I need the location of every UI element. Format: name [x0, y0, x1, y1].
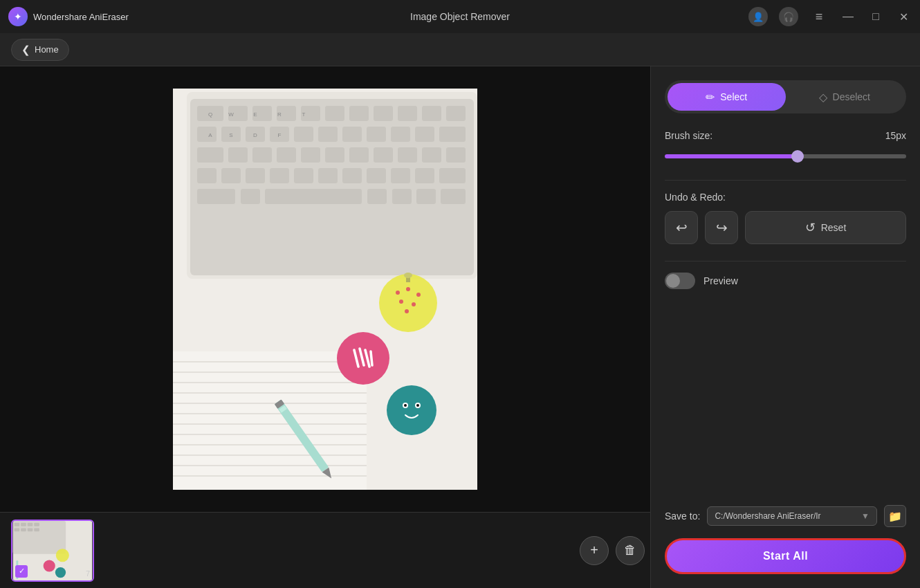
svg-rect-52: [270, 168, 289, 183]
svg-rect-104: [34, 522, 39, 526]
svg-point-98: [416, 404, 419, 407]
image-viewport[interactable]: Q W E R T A S D F: [0, 66, 650, 512]
svg-rect-105: [15, 528, 20, 531]
eraser-icon: ◇: [819, 91, 827, 104]
svg-point-85: [412, 302, 416, 306]
reset-label: Reset: [821, 222, 847, 233]
app-logo: ✦: [8, 7, 28, 26]
add-image-button[interactable]: +: [580, 536, 609, 565]
close-button[interactable]: ✕: [895, 8, 912, 25]
svg-rect-56: [367, 168, 386, 183]
svg-rect-37: [439, 127, 466, 142]
svg-rect-59: [439, 168, 466, 183]
svg-rect-35: [391, 127, 410, 142]
start-all-label: Start All: [763, 550, 808, 562]
svg-rect-24: [398, 106, 417, 121]
svg-rect-47: [422, 147, 441, 163]
toolbar: ❮ Home: [0, 33, 920, 66]
svg-text:R: R: [277, 111, 282, 118]
undo-button[interactable]: ↩: [665, 211, 698, 244]
titlebar-controls: 👤 🎧 ≡ — □ ✕: [748, 7, 912, 26]
select-label: Select: [720, 91, 747, 102]
svg-point-80: [379, 274, 437, 332]
undo-icon: ↩: [676, 219, 688, 236]
svg-rect-38: [197, 147, 223, 163]
svg-text:W: W: [228, 111, 234, 118]
logo-symbol: ✦: [14, 11, 22, 22]
redo-button[interactable]: ↪: [705, 211, 738, 244]
svg-rect-101: [15, 522, 20, 526]
svg-rect-54: [318, 168, 338, 183]
brush-slider-container[interactable]: [665, 149, 906, 163]
home-button[interactable]: ❮ Home: [11, 39, 69, 61]
svg-rect-63: [367, 189, 387, 204]
brush-slider-track[interactable]: [665, 154, 906, 158]
maximize-button[interactable]: □: [867, 8, 884, 25]
svg-rect-26: [446, 106, 466, 121]
main-image[interactable]: Q W E R T A S D F: [173, 89, 477, 490]
svg-rect-27: [197, 127, 217, 142]
delete-button[interactable]: 🗑: [616, 536, 645, 565]
start-all-button[interactable]: Start All: [665, 538, 906, 574]
header-title: Image Object Remover: [410, 11, 510, 22]
menu-icon[interactable]: ≡: [809, 7, 829, 26]
brush-header: Brush size: 15px: [665, 130, 906, 141]
preview-toggle[interactable]: [665, 273, 695, 289]
svg-rect-103: [28, 522, 33, 526]
select-button[interactable]: ✏ Select: [668, 83, 786, 111]
svg-text:E: E: [253, 111, 257, 118]
home-label: Home: [35, 44, 59, 55]
browse-folder-button[interactable]: 📁: [884, 505, 906, 527]
deselect-button[interactable]: ◇ Deselect: [786, 83, 904, 111]
svg-point-84: [399, 300, 403, 304]
brush-size-value: 15px: [885, 130, 906, 141]
svg-text:Q: Q: [208, 111, 212, 118]
svg-rect-44: [349, 147, 369, 163]
headset-icon[interactable]: 🎧: [779, 7, 798, 26]
spacer: [665, 306, 906, 505]
right-panel: ✏ Select ◇ Deselect Brush size: 15px U: [650, 66, 920, 588]
reset-button[interactable]: ↺ Reset: [745, 211, 906, 244]
divider-1: [665, 180, 906, 181]
svg-rect-102: [21, 522, 26, 526]
save-label: Save to:: [665, 511, 700, 522]
svg-rect-55: [342, 168, 362, 183]
svg-rect-61: [241, 189, 260, 204]
svg-point-112: [55, 567, 66, 577]
svg-rect-60: [197, 189, 235, 204]
svg-point-83: [416, 293, 421, 297]
thumbnail-check: ✓: [15, 565, 28, 578]
deselect-label: Deselect: [833, 91, 870, 102]
svg-rect-51: [246, 168, 265, 183]
svg-point-110: [56, 549, 69, 562]
svg-rect-33: [342, 127, 362, 142]
brush-size-label: Brush size:: [665, 130, 712, 141]
preview-label: Preview: [703, 275, 738, 286]
svg-text:S: S: [229, 132, 232, 138]
svg-rect-57: [391, 168, 410, 183]
svg-rect-66: [441, 189, 466, 204]
svg-point-81: [396, 291, 400, 295]
svg-rect-49: [197, 168, 217, 183]
thumbnail-number: 7: [86, 569, 90, 578]
svg-rect-40: [252, 147, 272, 163]
user-icon[interactable]: 👤: [748, 7, 768, 26]
svg-rect-107: [28, 528, 33, 531]
svg-text:T: T: [302, 111, 306, 118]
svg-rect-108: [34, 528, 39, 531]
svg-text:F: F: [278, 132, 282, 138]
brush-slider-thumb[interactable]: [791, 150, 804, 163]
svg-text:A: A: [208, 132, 212, 138]
chevron-down-icon: ▼: [861, 511, 870, 521]
svg-rect-46: [398, 147, 417, 163]
thumbnail-item[interactable]: ✓ 7: [11, 520, 94, 582]
save-path-selector[interactable]: C:/Wondershare AniEraser/Ir ▼: [707, 506, 877, 526]
svg-rect-34: [367, 127, 386, 142]
svg-rect-41: [277, 147, 296, 163]
titlebar: ✦ Wondershare AniEraser Image Object Rem…: [0, 0, 920, 33]
svg-point-111: [44, 560, 55, 571]
minimize-button[interactable]: —: [840, 8, 856, 25]
brush-section: Brush size: 15px: [665, 130, 906, 163]
svg-point-94: [387, 385, 436, 435]
svg-point-96: [404, 404, 407, 407]
